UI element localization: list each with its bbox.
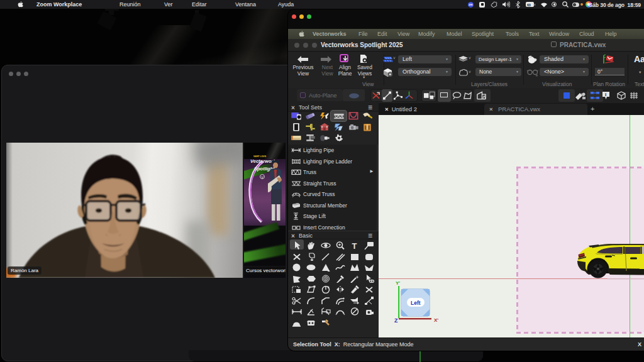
svg-text:Z: Z — [394, 317, 398, 324]
svg-text:X': X' — [434, 317, 438, 323]
svg-text:Y': Y' — [396, 280, 400, 286]
svg-text:i: i — [605, 92, 606, 97]
svg-text:Left: Left — [411, 300, 421, 306]
svg-text:T: T — [352, 241, 357, 250]
